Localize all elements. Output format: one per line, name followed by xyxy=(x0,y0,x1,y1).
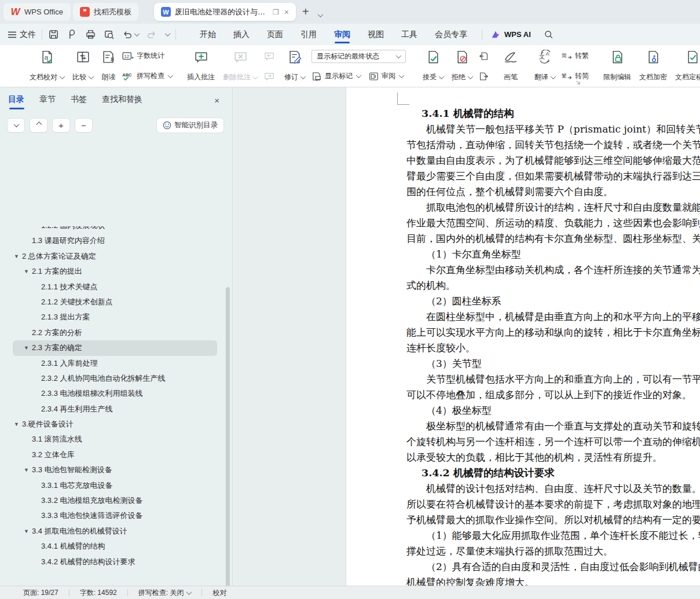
export-pdf-icon[interactable] xyxy=(67,29,78,40)
delete-comment-button[interactable]: 删除批注 xyxy=(219,47,262,86)
undo-button[interactable] xyxy=(122,30,139,40)
compare-button[interactable]: 比较 xyxy=(68,47,97,86)
smart-toc-button[interactable]: 智能识别目录 xyxy=(156,117,224,133)
group-expand-icon[interactable] xyxy=(576,80,581,85)
tab-docer-template[interactable]: ❞ 找稻壳模板 xyxy=(73,3,138,21)
toc-item[interactable]: ▼ 3.4.3 机械臂的结构设计 xyxy=(13,569,217,571)
toc-item[interactable]: ▼ 2 总体方案论证及确定 xyxy=(13,249,217,264)
spellcheck-indicator[interactable]: 拼写检查: 关闭 xyxy=(128,588,202,598)
toc-expand-icon[interactable]: ▼ xyxy=(24,524,32,539)
tab-wps-home[interactable]: W WPS Office xyxy=(3,3,71,21)
delete-comment-icon xyxy=(233,50,248,64)
word-count-button[interactable]: 12 字数统计 xyxy=(122,50,173,62)
search-icon[interactable] xyxy=(544,30,554,39)
tab-popout-icon[interactable]: ❐ xyxy=(273,9,279,16)
menu-item[interactable]: 会员专享 xyxy=(426,24,476,45)
toc-item[interactable]: ▼ 3.2 立体仓库 xyxy=(13,447,217,462)
sidebar-close-icon[interactable]: × xyxy=(214,95,219,105)
review-pane-button[interactable]: 审阅 xyxy=(369,70,404,82)
finalize-document-button[interactable]: 文档定稿 xyxy=(671,47,700,86)
toc-expand-icon[interactable]: ▼ xyxy=(14,249,22,264)
prev-comment-button[interactable] xyxy=(264,50,274,62)
toc-item[interactable]: ▼ 3.1 滚筒流水线 xyxy=(13,432,217,447)
next-change-button[interactable] xyxy=(479,70,489,82)
toc-expand-icon[interactable]: ▼ xyxy=(24,264,32,279)
to-traditional-icon: 简 xyxy=(562,52,572,60)
reject-change-button[interactable]: 拒绝 xyxy=(448,47,477,86)
toc-item[interactable]: ▼ 2.2 方案的分析 xyxy=(13,325,217,340)
prev-change-button[interactable] xyxy=(479,50,489,62)
show-markup-button[interactable]: 显示标记 xyxy=(311,70,361,82)
restrict-editing-button[interactable]: 限制编辑 xyxy=(599,47,635,86)
menu-item[interactable]: 开始 xyxy=(191,24,225,45)
toc-item[interactable]: ▼ 2.3 方案的确定 xyxy=(13,340,217,355)
toc-item[interactable]: ▼ 3.4.1 机械臂的结构 xyxy=(13,539,217,554)
menu-item[interactable]: 视图 xyxy=(359,24,393,45)
proofread-status-button[interactable]: 校对 xyxy=(202,588,237,598)
collapse-all-button[interactable] xyxy=(30,118,47,133)
print-preview-icon[interactable] xyxy=(104,29,115,40)
redo-icon[interactable] xyxy=(146,30,157,40)
menu-item[interactable]: 插入 xyxy=(225,24,258,45)
toc-expand-icon[interactable]: ▼ xyxy=(24,340,32,355)
translate-button[interactable]: 文 A 翻译 xyxy=(530,47,559,86)
encrypt-document-button[interactable]: 文档加密 xyxy=(635,47,671,86)
toc-item[interactable]: ▼ 2.3.4 再生利用生产线 xyxy=(13,402,217,417)
pen-button[interactable]: 画笔 xyxy=(499,47,522,86)
sidebar-tab[interactable]: 章节 xyxy=(39,94,56,109)
menu-item[interactable]: 页面 xyxy=(258,24,292,45)
menu-item[interactable]: 审阅 xyxy=(325,24,359,45)
save-icon[interactable] xyxy=(48,29,59,40)
tab-close-icon[interactable]: × xyxy=(284,8,289,16)
menu-item[interactable]: 工具 xyxy=(393,24,426,45)
toc-item[interactable]: ▼ 2.3.1 入库前处理 xyxy=(13,356,217,371)
file-menu[interactable]: 文件 xyxy=(8,30,36,40)
toc-item[interactable]: ▼ 2.3.2 人机协同电池自动化拆解生产线 xyxy=(13,371,217,386)
toc-item[interactable]: ▼ 3.3.1 电芯充放电设备 xyxy=(13,478,217,493)
track-changes-button[interactable]: 修订 xyxy=(280,47,309,86)
document-line: 机械臂的设计包括对结构、自由度、连杆尺寸以及关节的数量。因为要进行抓取， xyxy=(406,481,700,497)
toc-item[interactable]: ▼ 2.1.3 提出方案 xyxy=(13,310,217,325)
spell-check-button[interactable]: ABC 拼写检查 xyxy=(122,70,173,82)
toc-item[interactable]: ▼ 2.1.1 技术关键点 xyxy=(13,280,217,295)
document-page[interactable]: 3.4.1 机械臂的结构机械臂关节一般包括平移关节 P（prismatic jo… xyxy=(346,87,700,586)
toc-expand-icon[interactable]: ▼ xyxy=(14,417,22,432)
zoom-out-button[interactable]: − xyxy=(75,118,93,133)
proofread-button[interactable]: a 文档校对 xyxy=(25,47,68,86)
toc-item[interactable]: ▼ 3.4.2 机械臂的结构设计要求 xyxy=(13,554,217,569)
toc-item[interactable]: ▼ 2.1 方案的提出 xyxy=(13,264,217,279)
word-count-indicator[interactable]: 字数: 14592 xyxy=(69,588,127,598)
markup-state-dropdown[interactable]: 显示标记的最终状态 xyxy=(311,50,406,63)
sidebar-tab[interactable]: 目录 xyxy=(8,94,24,109)
menu-item[interactable]: 引用 xyxy=(292,24,325,45)
toc-item[interactable]: ▼ 3.3.3 电池包快速筛选评价设备 xyxy=(13,508,217,523)
toc-item[interactable]: ▼ 2.1.2 关键技术创新点 xyxy=(13,295,217,310)
to-traditional-button[interactable]: 简 转繁 xyxy=(562,50,589,62)
toc-item[interactable]: ▼ 2.3.3 电池模组梯次利用组装线 xyxy=(13,386,217,401)
document-line: 连杆长度较小。 xyxy=(406,340,700,356)
next-comment-button[interactable] xyxy=(264,70,274,82)
expand-all-button[interactable] xyxy=(7,118,25,133)
wps-ai-button[interactable]: WPS AI xyxy=(490,30,531,39)
toc-item[interactable]: ▼ 3.硬件设备设计 xyxy=(13,417,217,432)
toc-item[interactable]: ▼ 1.2.2 国内发展现状 xyxy=(13,226,217,233)
page-indicator[interactable]: 页面: 19/27 xyxy=(0,588,69,598)
document-line: （2）圆柱坐标系 xyxy=(406,293,700,309)
toc-item[interactable]: ▼ 3.3.2 电池模组充放电检测设备 xyxy=(13,493,217,508)
toc-item[interactable]: ▼ 3.4 抓取电池包的机械臂设计 xyxy=(13,524,217,539)
toc-item[interactable]: ▼ 1.3 课题研究内容介绍 xyxy=(13,233,217,248)
toc-expand-icon[interactable]: ▼ xyxy=(24,462,32,477)
zoom-in-button[interactable]: + xyxy=(52,118,70,133)
sidebar-scrollbar[interactable] xyxy=(226,287,230,599)
accept-change-button[interactable]: 接受 xyxy=(419,47,448,86)
new-tab-button[interactable]: + xyxy=(302,5,309,19)
sidebar-tab[interactable]: 书签 xyxy=(71,94,87,109)
sidebar-tab[interactable]: 查找和替换 xyxy=(102,94,142,109)
read-aloud-button[interactable]: 朗读 xyxy=(97,47,120,86)
tab-document[interactable]: W 废旧电池处理器的设计与研究 ❐ × xyxy=(154,3,296,21)
quick-access-dropdown-icon[interactable] xyxy=(165,31,171,36)
tab-list-dropdown[interactable] xyxy=(317,7,322,20)
insert-comment-button[interactable]: 插入批注 xyxy=(183,47,219,86)
print-icon[interactable] xyxy=(85,29,96,40)
toc-item[interactable]: ▼ 3.3 电池包智能检测设备 xyxy=(13,462,217,477)
